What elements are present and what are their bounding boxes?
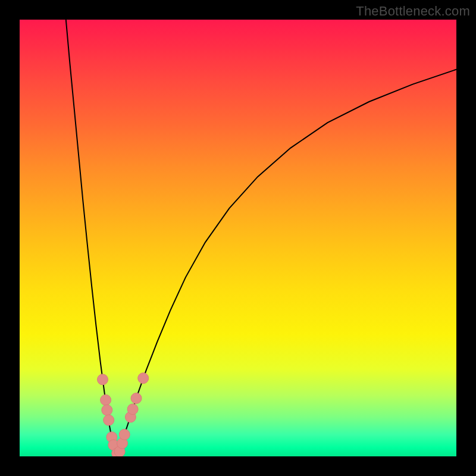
data-marker bbox=[131, 393, 142, 403]
data-marker bbox=[138, 373, 149, 384]
data-marker bbox=[127, 404, 138, 415]
data-marker bbox=[104, 415, 114, 425]
chart-frame: TheBottleneck.com bbox=[0, 0, 476, 476]
data-marker bbox=[101, 394, 111, 405]
curve-layer bbox=[20, 20, 456, 456]
data-marker bbox=[119, 429, 130, 440]
data-marker bbox=[102, 405, 112, 415]
watermark-text: TheBottleneck.com bbox=[356, 4, 470, 19]
curve-left-branch bbox=[66, 20, 117, 454]
data-marker bbox=[98, 374, 108, 385]
curve-right-branch bbox=[118, 70, 456, 455]
plot-area bbox=[20, 20, 456, 456]
